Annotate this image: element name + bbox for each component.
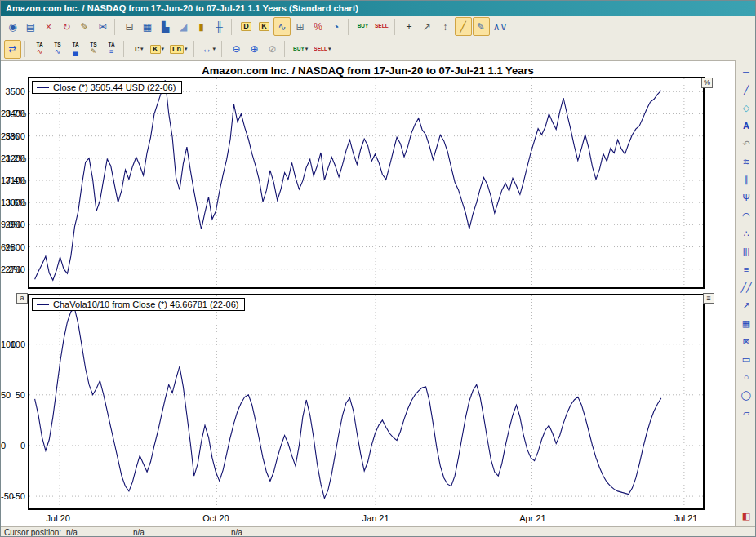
dropdown-caret-icon: ▾ <box>140 46 144 52</box>
circle-tool[interactable]: ◯ <box>738 387 755 403</box>
scale-dropdown[interactable]: Ln▾ <box>167 40 190 59</box>
zigzag-icon[interactable]: ∧∨ <box>491 17 510 36</box>
grid-tool[interactable]: ▦ <box>738 315 755 331</box>
speed-lines-tool[interactable]: ╱╱ <box>738 279 755 295</box>
ts-trend-icon[interactable]: TS∿ <box>49 40 66 59</box>
bar-chart-icon[interactable]: ▙ <box>157 17 174 36</box>
buy-button[interactable]: BUY <box>354 17 371 36</box>
toolbar-separator <box>284 41 287 57</box>
x-axis-tick-label: Jul 20 <box>40 513 76 523</box>
sell-dropdown-label: SELL <box>314 47 327 52</box>
updown-icon[interactable]: ↕ <box>437 17 454 36</box>
app-window: Amazon.com Inc. / NASDAQ from 17-Jun-20 … <box>0 0 756 537</box>
sell-button[interactable]: SELL <box>372 17 391 36</box>
chart-edit-icon[interactable]: ✎ <box>76 17 93 36</box>
chart-edit-icon-glyph: ✎ <box>80 22 88 32</box>
chart-wizard-icon[interactable]: ◉ <box>4 17 21 36</box>
clock-icon[interactable]: ◔ <box>327 17 345 36</box>
buy-button-label: BUY <box>358 24 369 29</box>
channel-tool[interactable]: ∥ <box>738 171 755 188</box>
title-bar: Amazon.com Inc. / NASDAQ from 17-Jun-20 … <box>1 1 756 16</box>
ellipse-tool[interactable]: ○ <box>738 369 755 385</box>
zoom-in-icon[interactable]: ⊕ <box>246 40 263 59</box>
indicator-chart <box>29 295 703 508</box>
template-dropdown[interactable]: T:▾ <box>130 40 147 59</box>
text-tool[interactable]: A <box>738 118 755 134</box>
ta-chart-icon[interactable]: TA▄ <box>67 40 84 59</box>
cube-3d-tool[interactable]: ◧ <box>738 508 755 524</box>
annotate-icon[interactable]: ✎ <box>473 17 490 36</box>
chart-gallery-icon[interactable]: ▤ <box>22 17 39 36</box>
percent-unit-button[interactable]: % <box>701 78 713 88</box>
curve-tool[interactable]: ↶ <box>738 135 755 152</box>
sell-dropdown[interactable]: SELL▾ <box>311 40 333 59</box>
ohlc-icon-glyph: ╫ <box>216 22 223 32</box>
cursor-value-z: n/a <box>231 528 242 537</box>
template-dropdown-label: T: <box>133 46 140 53</box>
ta-trend-icon[interactable]: TA∿ <box>31 40 48 59</box>
chart-delete-icon[interactable]: × <box>40 17 57 36</box>
print-icon[interactable]: ⊟ <box>121 17 138 36</box>
buy-dropdown[interactable]: BUY▾ <box>291 40 310 59</box>
zoom-out-icon[interactable]: ⊖ <box>228 40 245 59</box>
send-chart-icon[interactable]: ✉ <box>94 17 111 36</box>
trendline-icon-glyph: ╱ <box>460 22 466 32</box>
toolbar-separator <box>221 41 225 57</box>
price-legend[interactable]: Close (*) 3505.44 USD (22-06) <box>32 81 182 94</box>
print-icon-glyph: ⊟ <box>125 22 133 32</box>
pane-menu-button[interactable]: ≡ <box>703 293 714 304</box>
trendline-icon[interactable]: ╱ <box>455 17 472 36</box>
area-chart-icon[interactable]: ◢ <box>175 17 192 36</box>
diamond-tool[interactable]: ◇ <box>738 100 755 116</box>
fit-width-dropdown[interactable]: ↔▾ <box>200 40 219 59</box>
indicator-legend[interactable]: ChaVola10/10 from Close (*) 46.66781 (22… <box>32 298 245 311</box>
pointer-icon[interactable]: ↗ <box>419 17 436 36</box>
price-pane[interactable]: Close (*) 3505.44 USD (22-06) <box>28 77 705 289</box>
pane-collapse-button[interactable]: a <box>16 293 28 304</box>
sync-icon[interactable]: ⇄ <box>4 40 21 59</box>
gann-fan-tool[interactable]: ↗ <box>738 297 755 313</box>
trend-line-tool[interactable]: ╱ <box>738 82 755 98</box>
y-axis-tick-label: 6% <box>1 242 28 252</box>
polygon-tool[interactable]: ▱ <box>738 405 755 421</box>
horizontal-lines-tool[interactable]: ≡ <box>738 261 755 277</box>
ta-list-icon[interactable]: TA≡ <box>103 40 120 59</box>
ohlc-icon[interactable]: ╫ <box>211 17 228 36</box>
zoom-reset-icon[interactable]: ⊘ <box>264 40 281 59</box>
ts-edit-icon-glyph: TS✎ <box>90 42 96 55</box>
indicator-legend-text: ChaVola10/10 from Close (*) 46.66781 (22… <box>53 300 238 309</box>
candle-style-dropdown[interactable]: K▾ <box>148 40 167 59</box>
percent-scale-icon[interactable]: % <box>309 17 327 36</box>
table-icon[interactable]: ⊞ <box>291 17 309 36</box>
window-title: Amazon.com Inc. / NASDAQ from 17-Jun-20 … <box>6 3 358 13</box>
rectangle-tool[interactable]: ▭ <box>738 351 755 367</box>
vertical-lines-tool[interactable]: ||| <box>738 243 755 260</box>
toolbar-separator <box>394 19 398 35</box>
crosshair-icon[interactable]: + <box>401 17 418 36</box>
horizontal-line-tool[interactable]: ─ <box>738 64 755 80</box>
daily-chip[interactable]: D <box>238 17 255 36</box>
y-axis-tick-label: 28.7% <box>1 109 28 118</box>
ts-edit-icon[interactable]: TS✎ <box>85 40 102 59</box>
line-chart-icon[interactable]: ∿ <box>273 17 291 36</box>
wave-tool[interactable]: ≋ <box>738 153 755 170</box>
ta-trend-icon-glyph: TA∿ <box>36 42 42 55</box>
grid-chart-icon-glyph: ▦ <box>143 22 152 32</box>
x-axis-tick-label: Jul 21 <box>668 513 704 523</box>
indicator-series-line <box>35 308 661 498</box>
secondary-toolbar: ⇄TA∿TS∿TA▄TS✎TA≡T:▾K▾Ln▾↔▾⊖⊕⊘BUY▾SELL▾ <box>1 38 756 60</box>
y-axis-tick-label: 9.8% <box>1 220 28 229</box>
chart-delete-icon-glyph: × <box>46 22 51 32</box>
candle-style-dropdown-label: K <box>150 45 161 54</box>
indicator-pane[interactable]: ChaVola10/10 from Close (*) 46.66781 (22… <box>28 294 705 510</box>
grid-chart-icon[interactable]: ▦ <box>139 17 156 36</box>
crossed-box-tool[interactable]: ⊠ <box>738 333 755 349</box>
toolbar-separator <box>348 19 351 35</box>
candlestick-icon[interactable]: ▮ <box>193 17 210 36</box>
pitchfork-tool[interactable]: Ψ <box>738 189 755 206</box>
arc-tool[interactable]: ◠ <box>738 207 755 224</box>
dots-grid-tool[interactable]: ∴ <box>738 225 755 242</box>
candle-chip[interactable]: K <box>256 17 273 36</box>
chart-refresh-icon[interactable]: ↻ <box>58 17 75 36</box>
toolbar-separator <box>231 19 234 35</box>
